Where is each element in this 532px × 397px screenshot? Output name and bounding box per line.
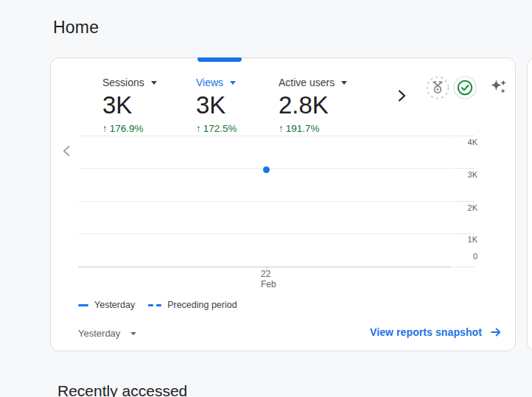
metric-label: Active users <box>279 77 335 89</box>
metric-selector-views[interactable]: Views <box>196 77 236 89</box>
medal-badge-button[interactable] <box>425 75 450 100</box>
up-arrow-icon: ↑ <box>196 123 201 135</box>
metric-value: 2.8K <box>279 92 347 119</box>
check-badge-button[interactable] <box>452 75 477 100</box>
gridline <box>78 201 452 202</box>
axis-tick-segment <box>453 201 475 202</box>
page-title: Home <box>53 17 99 38</box>
date-range-dropdown[interactable]: Yesterday <box>78 328 136 340</box>
metric-delta: ↑ 172.5% <box>196 123 237 135</box>
y-axis-label: 0 <box>423 252 477 261</box>
insights-sparkle-icon <box>488 77 508 96</box>
chevron-right-icon <box>393 88 410 104</box>
axis-tick-segment <box>453 267 475 267</box>
date-range-value: Yesterday <box>78 328 120 340</box>
ga-home-page: { "page": { "title": "Home", "section_he… <box>0 0 532 397</box>
metric-delta: ↑ 191.7% <box>279 123 347 135</box>
metric-label: Views <box>196 77 223 89</box>
metric-label: Sessions <box>102 77 144 89</box>
carousel-next-button[interactable] <box>393 88 410 104</box>
y-axis-label: 1K <box>423 235 477 245</box>
chevron-left-icon <box>59 143 75 159</box>
chart-legend: Yesterday Preceding period <box>78 299 237 311</box>
metric-selector-sessions[interactable]: Sessions <box>102 77 157 89</box>
metric-delta-value: 176.9% <box>110 123 144 135</box>
x-axis-line <box>78 267 452 267</box>
check-badge-icon <box>452 75 477 100</box>
metrics-overview-card: Sessions 3K ↑ 176.9% Views 3K ↑ 172.5% A… <box>50 57 516 351</box>
link-label: View reports snapshot <box>370 326 482 339</box>
metric-delta: ↑ 176.9% <box>102 123 157 135</box>
insights-button[interactable] <box>488 77 508 96</box>
medal-badge-icon <box>425 75 450 100</box>
y-axis-label: 4K <box>423 138 477 147</box>
gridline <box>78 136 452 136</box>
carousel-active-indicator <box>197 57 242 62</box>
metric-value: 3K <box>102 92 157 119</box>
metric-delta-value: 191.7% <box>286 123 320 135</box>
x-axis-label-day: 22 <box>261 270 276 280</box>
carousel-prev-button[interactable] <box>59 143 75 159</box>
dropdown-arrow-icon <box>151 81 157 85</box>
x-axis-label-month: Feb <box>261 280 276 290</box>
legend-label-yesterday: Yesterday <box>94 300 135 310</box>
metric-delta-value: 172.5% <box>203 123 237 135</box>
arrow-right-icon <box>489 326 503 339</box>
axis-tick-segment <box>453 168 475 169</box>
metric-block-active-users: Active users 2.8K ↑ 191.7% <box>279 77 347 135</box>
legend-solid-line-swatch <box>78 304 88 306</box>
y-axis-label: 3K <box>423 170 477 180</box>
legend-dashed-line-swatch <box>148 304 161 306</box>
y-axis-label: 2K <box>423 203 477 213</box>
dropdown-arrow-icon <box>130 332 136 335</box>
metric-selector-active-users[interactable]: Active users <box>279 77 347 89</box>
gridline <box>78 233 452 234</box>
dropdown-arrow-icon <box>341 81 347 85</box>
axis-tick-segment <box>453 233 475 234</box>
metric-block-views: Views 3K ↑ 172.5% <box>196 77 237 135</box>
view-reports-snapshot-link[interactable]: View reports snapshot <box>370 326 503 339</box>
metric-block-sessions: Sessions 3K ↑ 176.9% <box>102 77 157 135</box>
up-arrow-icon: ↑ <box>102 123 108 135</box>
adjacent-card-edge <box>527 57 532 351</box>
dropdown-arrow-icon <box>230 81 236 85</box>
x-axis-label: 22 Feb <box>261 270 276 289</box>
data-point-yesterday[interactable] <box>263 166 270 173</box>
metric-value: 3K <box>196 92 237 119</box>
legend-label-preceding-period: Preceding period <box>167 300 237 310</box>
axis-tick-segment <box>453 136 475 136</box>
up-arrow-icon: ↑ <box>279 123 284 135</box>
recently-accessed-heading: Recently accessed <box>57 382 187 397</box>
